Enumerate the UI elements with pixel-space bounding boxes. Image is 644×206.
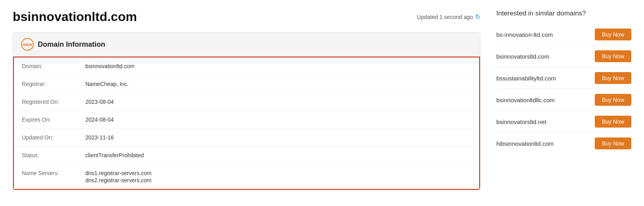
buy-now-button[interactable]: Buy Now	[595, 50, 631, 62]
similar-domain-name: bs-innovation-ltd.com	[496, 31, 553, 38]
row-label: Registered On:	[22, 99, 85, 105]
row-value: 2023-08-04	[85, 99, 471, 105]
table-row: Name Servers:dns1.registrar-servers.comd…	[14, 164, 479, 189]
main-content: bsinnovationltd.com Updated 1 second ago…	[13, 10, 480, 190]
similar-domain-item: bsinnovatorsltd.comBuy Now	[496, 46, 631, 67]
row-value: bsinnovationltd.com	[85, 63, 471, 69]
row-value: clientTransferProhibited	[85, 152, 471, 158]
row-value: 2024-08-04	[85, 116, 471, 123]
page-header: bsinnovationltd.com Updated 1 second ago…	[13, 10, 480, 24]
domain-title: bsinnovationltd.com	[13, 10, 137, 24]
buy-now-button[interactable]: Buy Now	[595, 137, 631, 149]
similar-domain-item: hibsinnovationltd.comBuy Now	[496, 133, 631, 154]
table-row: Registered On:2023-08-04	[14, 93, 479, 111]
buy-now-button[interactable]: Buy Now	[595, 94, 631, 106]
domain-info-card: www Domain Information Domain:bsinnovati…	[13, 32, 480, 190]
row-value: NameCheap, Inc.	[85, 81, 471, 87]
row-value: dns1.registrar-servers.comdns2.registrar…	[85, 170, 471, 183]
row-label: Expires On:	[22, 116, 85, 123]
row-label: Registrar:	[22, 81, 85, 87]
table-row: Status:clientTransferProhibited	[14, 147, 479, 164]
updated-info: Updated 1 second ago ↻	[417, 13, 480, 21]
similar-domain-name: bsinnovatorsltd.com	[496, 53, 549, 60]
buy-now-button[interactable]: Buy Now	[595, 116, 631, 128]
table-row: Registrar:NameCheap, Inc.	[14, 75, 479, 93]
card-header: www Domain Information	[13, 32, 480, 57]
sidebar-title: Interested in similar domains?	[496, 10, 631, 17]
table-row: Updated On:2023-11-16	[14, 129, 479, 147]
table-row: Expires On:2024-08-04	[14, 111, 479, 129]
similar-domain-name: bssustainabilityltd.com	[496, 75, 556, 82]
similar-domain-item: bssustainabilityltd.comBuy Now	[496, 67, 631, 89]
updated-text: Updated 1 second ago	[417, 14, 473, 20]
info-table: Domain:bsinnovationltd.comRegistrar:Name…	[13, 57, 480, 190]
refresh-icon[interactable]: ↻	[475, 13, 480, 21]
www-icon: www	[21, 38, 34, 51]
page-wrapper: bsinnovationltd.com Updated 1 second ago…	[0, 0, 644, 200]
row-label: Status:	[22, 152, 85, 158]
row-label: Domain:	[22, 63, 85, 69]
table-row: Domain:bsinnovationltd.com	[14, 57, 479, 75]
buy-now-button[interactable]: Buy Now	[595, 72, 631, 84]
similar-domain-name: hibsinnovationltd.com	[496, 140, 553, 147]
sidebar: Interested in similar domains? bs-innova…	[496, 10, 631, 190]
similar-domain-item: bsinnovatorsltd.netBuy Now	[496, 111, 631, 133]
row-label: Name Servers:	[22, 170, 85, 176]
buy-now-button[interactable]: Buy Now	[595, 29, 631, 40]
similar-domain-name: bsinnovationltdllc.com	[496, 97, 555, 103]
similar-domain-item: bs-innovation-ltd.comBuy Now	[496, 24, 631, 46]
card-header-title: Domain Information	[38, 40, 105, 49]
row-value: 2023-11-16	[85, 134, 471, 141]
similar-domain-item: bsinnovationltdllc.comBuy Now	[496, 89, 631, 111]
similar-domains-list: bs-innovation-ltd.comBuy Nowbsinnovators…	[496, 24, 631, 154]
row-label: Updated On:	[22, 134, 85, 141]
similar-domain-name: bsinnovatorsltd.net	[496, 118, 546, 125]
